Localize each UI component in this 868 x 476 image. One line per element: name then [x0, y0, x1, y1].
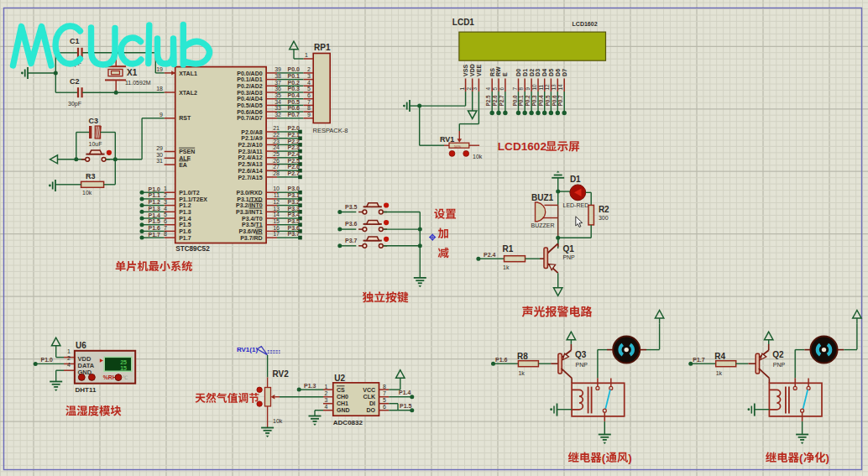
svg-text:6: 6: [499, 87, 505, 91]
svg-text:2: 2: [164, 192, 167, 198]
svg-text:R2: R2: [599, 205, 609, 214]
svg-text:GND: GND: [337, 407, 350, 413]
svg-text:7: 7: [383, 390, 386, 396]
svg-text:X1: X1: [127, 68, 138, 77]
svg-text:P3.4/T0: P3.4/T0: [242, 216, 263, 222]
svg-text:P3.5/T1: P3.5/T1: [242, 222, 263, 228]
svg-text:CLK: CLK: [363, 394, 375, 400]
svg-text:D3: D3: [536, 69, 541, 76]
svg-text:RESPACK-8: RESPACK-8: [313, 127, 348, 134]
svg-text:LCD1: LCD1: [452, 18, 475, 27]
svg-text:U2: U2: [334, 374, 345, 383]
svg-text:P1.6: P1.6: [179, 228, 191, 234]
svg-text:VSS: VSS: [463, 65, 468, 76]
svg-text:XTAL2: XTAL2: [179, 90, 197, 96]
svg-text:℃: ℃: [123, 375, 128, 380]
svg-text:P1.5: P1.5: [149, 218, 161, 224]
svg-text:C3: C3: [89, 117, 99, 125]
svg-text:11: 11: [274, 192, 280, 198]
svg-text:2: 2: [67, 355, 71, 361]
svg-text:D1: D1: [522, 69, 528, 76]
svg-text:P0.2/AD2: P0.2/AD2: [237, 83, 262, 89]
svg-text:P1.2: P1.2: [149, 199, 161, 205]
svg-text:P2.5: P2.5: [485, 95, 491, 106]
svg-text:P3.4: P3.4: [288, 212, 301, 217]
svg-text:5: 5: [307, 86, 311, 92]
svg-text:VEE: VEE: [476, 65, 482, 76]
svg-text:25: 25: [120, 359, 127, 365]
svg-text:CH0: CH0: [337, 394, 348, 400]
svg-text:CS: CS: [337, 387, 345, 393]
svg-text:36: 36: [275, 86, 281, 92]
svg-text:): ): [628, 452, 631, 464]
svg-text:PNP: PNP: [773, 362, 786, 368]
svg-text:P1.5: P1.5: [400, 403, 412, 409]
svg-text:D6: D6: [555, 69, 561, 76]
svg-text:25: 25: [273, 151, 280, 157]
svg-text:38: 38: [275, 73, 281, 79]
svg-text:3: 3: [307, 73, 311, 79]
svg-text:P2.3/A11: P2.3/A11: [238, 149, 263, 154]
svg-text:P2.7: P2.7: [499, 95, 505, 106]
svg-text:4: 4: [307, 80, 311, 86]
svg-text:8: 8: [307, 105, 311, 111]
svg-text:5: 5: [383, 397, 386, 403]
svg-text:P0.3/AD3: P0.3/AD3: [237, 90, 262, 96]
svg-text:10: 10: [531, 84, 537, 91]
svg-text:E: E: [502, 72, 508, 76]
svg-text:26: 26: [273, 158, 280, 164]
svg-text:P1.0: P1.0: [41, 357, 54, 363]
svg-text:28: 28: [273, 170, 280, 176]
svg-text:P2.7/A15: P2.7/A15: [238, 175, 262, 180]
svg-text:3: 3: [164, 199, 167, 205]
svg-text:C2: C2: [70, 77, 80, 86]
svg-text:P2.7: P2.7: [288, 170, 301, 176]
svg-text:9: 9: [159, 112, 163, 118]
svg-text:D7: D7: [562, 69, 567, 76]
svg-text:P1.2: P1.2: [179, 202, 191, 208]
svg-text:RW: RW: [496, 66, 502, 76]
svg-text:P0.1/AD1: P0.1/AD1: [237, 76, 262, 82]
svg-text:P2.2/A10: P2.2/A10: [238, 142, 262, 148]
svg-text:DO: DO: [367, 407, 376, 413]
svg-text:2: 2: [325, 390, 328, 396]
svg-text:14: 14: [557, 84, 563, 91]
svg-text:37: 37: [275, 80, 281, 86]
svg-text:P2.1/A9: P2.1/A9: [241, 135, 262, 141]
svg-text:P2.2: P2.2: [288, 139, 301, 144]
svg-text:P3.0/RXD: P3.0/RXD: [236, 190, 262, 196]
svg-text:1: 1: [325, 384, 328, 390]
svg-text:12: 12: [273, 199, 280, 205]
svg-text:4: 4: [485, 87, 491, 91]
svg-text:CH1: CH1: [337, 400, 348, 406]
svg-text:P2.5/A13: P2.5/A13: [238, 161, 262, 167]
svg-text:R4: R4: [714, 352, 725, 361]
svg-text:RS: RS: [489, 68, 495, 76]
svg-text:(: (: [602, 452, 606, 464]
svg-text:P3.3/INT1: P3.3/INT1: [236, 209, 263, 215]
svg-text:P1.0/T2: P1.0/T2: [179, 190, 200, 196]
svg-text:RV1: RV1: [440, 135, 454, 144]
svg-text:STC89C52: STC89C52: [175, 245, 210, 253]
svg-text:ADC0832: ADC0832: [333, 419, 363, 426]
svg-text:P0.1: P0.1: [288, 73, 301, 79]
svg-text:P1.7: P1.7: [693, 357, 705, 363]
svg-text:29: 29: [156, 145, 163, 151]
svg-text:P2.0/A8: P2.0/A8: [241, 129, 262, 135]
svg-text:P0.5: P0.5: [288, 99, 301, 105]
svg-text:P0.5/AD5: P0.5/AD5: [237, 102, 262, 108]
svg-text:1: 1: [305, 52, 308, 58]
svg-text:P0.4: P0.4: [538, 95, 544, 106]
svg-text:U6: U6: [76, 341, 86, 350]
svg-text:RST: RST: [179, 115, 191, 121]
svg-text:P3.2/INT0: P3.2/INT0: [236, 202, 263, 208]
svg-text:P0.1: P0.1: [518, 95, 524, 106]
svg-text:19: 19: [156, 66, 163, 72]
svg-text:32: 32: [275, 112, 281, 118]
svg-text:10uF: 10uF: [89, 141, 102, 147]
svg-text:10: 10: [273, 186, 280, 191]
svg-text:VCC: VCC: [363, 387, 375, 393]
svg-text:P0.4/AD4: P0.4/AD4: [237, 96, 262, 102]
svg-text:P2.6/A14: P2.6/A14: [238, 168, 262, 174]
svg-text:P2.6: P2.6: [492, 95, 498, 106]
